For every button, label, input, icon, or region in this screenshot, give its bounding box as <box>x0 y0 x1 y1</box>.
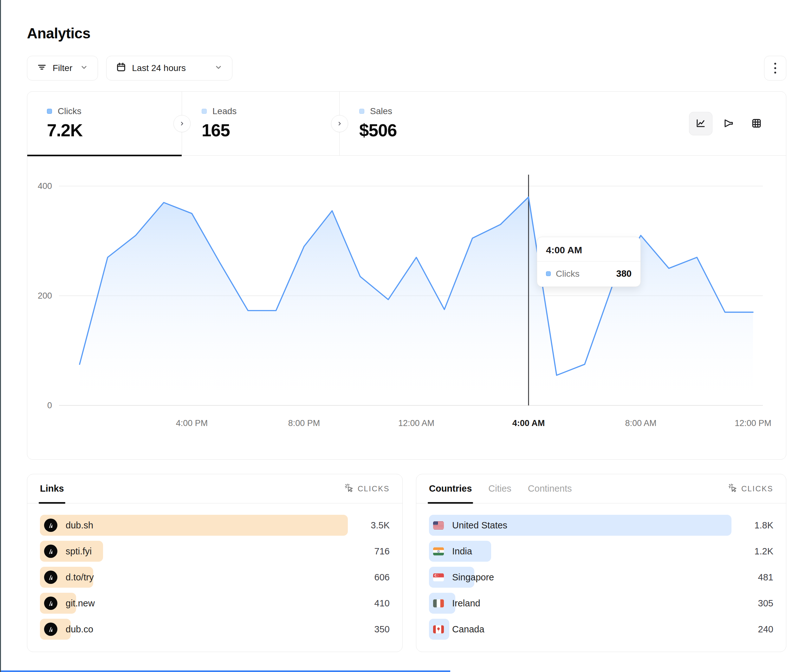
dub-logo-icon <box>44 571 57 584</box>
item-label: Ireland <box>452 598 480 609</box>
cursor-click-icon <box>344 483 354 495</box>
tooltip-series-label: Clicks <box>556 269 611 279</box>
line-chart-button[interactable] <box>689 112 713 135</box>
item-label: Singapore <box>452 572 494 583</box>
svg-text:8:00 PM: 8:00 PM <box>288 418 320 428</box>
funnel-chart-button[interactable] <box>717 112 740 135</box>
countries-panel: CountriesCitiesContinents CLICKS United … <box>416 474 786 652</box>
list-item[interactable]: Singapore 481 <box>429 567 773 588</box>
kebab-menu-icon <box>774 63 776 65</box>
series-marker <box>359 109 364 114</box>
list-item[interactable]: Canada 240 <box>429 619 773 640</box>
item-label: India <box>452 546 472 557</box>
analytics-page: Analytics Filter Last 24 hours <box>27 0 786 652</box>
list-item[interactable]: Ireland 305 <box>429 593 773 614</box>
item-value: 3.5K <box>371 520 390 530</box>
filter-button-label: Filter <box>53 63 72 73</box>
dub-logo-icon <box>44 544 57 558</box>
item-value: 481 <box>758 572 773 583</box>
links-metric-header[interactable]: CLICKS <box>344 483 390 495</box>
dub-logo-icon <box>44 623 57 636</box>
svg-text:0: 0 <box>47 401 52 410</box>
item-label: dub.sh <box>66 520 93 530</box>
countries-rows: United States 1.8K India 1.2K Singapore … <box>416 503 786 640</box>
metric-label: Clicks <box>58 106 82 116</box>
toolbar: Filter Last 24 hours <box>27 56 786 80</box>
item-value: 606 <box>374 572 390 583</box>
list-item[interactable]: India 1.2K <box>429 541 773 562</box>
countries-panel-header: CountriesCitiesContinents CLICKS <box>416 474 786 503</box>
svg-text:400: 400 <box>38 181 52 191</box>
metric-value: 165 <box>202 120 339 140</box>
countries-metric-header[interactable]: CLICKS <box>728 483 773 495</box>
item-value: 1.8K <box>754 520 773 530</box>
links-panel-header: Links CLICKS <box>27 474 403 503</box>
svg-text:4:00 AM: 4:00 AM <box>512 418 545 428</box>
list-item[interactable]: d.to/try 606 <box>40 567 390 588</box>
item-value: 1.2K <box>754 546 773 557</box>
item-value: 410 <box>374 598 390 609</box>
more-options-button[interactable] <box>764 56 786 80</box>
funnel-chart-icon <box>723 117 735 130</box>
analytics-chart-card: Clicks 7.2K Leads 165 Sales $506 0200400… <box>27 91 786 460</box>
line-chart-icon <box>695 117 707 130</box>
table-grid-button[interactable] <box>745 112 768 135</box>
tooltip-value: 380 <box>616 268 631 279</box>
series-marker <box>47 109 52 114</box>
tab-countries[interactable]: Countries <box>429 474 472 503</box>
bottom-accent-strip <box>0 670 450 672</box>
metric-tabs-row: Clicks 7.2K Leads 165 Sales $506 <box>27 92 786 156</box>
filter-lines-icon <box>36 61 48 75</box>
item-value: 305 <box>758 598 773 609</box>
item-label: United States <box>452 520 507 530</box>
expand-metric-button[interactable] <box>174 115 191 132</box>
clicks-series-marker <box>546 271 551 276</box>
links-panel: Links CLICKS dub.sh 3.5K spti.fyi 716 <box>27 474 403 652</box>
date-range-button[interactable]: Last 24 hours <box>106 56 232 80</box>
calendar-icon <box>115 61 127 75</box>
tab-cities[interactable]: Cities <box>488 474 512 503</box>
countries-metric-header-label: CLICKS <box>741 484 773 493</box>
list-item[interactable]: United States 1.8K <box>429 515 773 536</box>
table-grid-icon <box>751 117 763 130</box>
item-label: d.to/try <box>66 572 94 583</box>
item-label: Canada <box>452 624 484 634</box>
tab-links[interactable]: Links <box>40 474 64 503</box>
chevron-right-icon <box>336 120 343 128</box>
dub-logo-icon <box>44 518 57 532</box>
svg-text:200: 200 <box>38 291 52 300</box>
item-label: git.new <box>66 598 95 609</box>
list-item[interactable]: dub.co 350 <box>40 619 390 640</box>
expand-metric-button[interactable] <box>331 115 348 132</box>
item-value: 716 <box>374 546 390 557</box>
svg-text:12:00 PM: 12:00 PM <box>735 418 771 428</box>
links-rows: dub.sh 3.5K spti.fyi 716 d.to/try 606 gi… <box>27 503 403 640</box>
item-label: dub.co <box>66 624 93 634</box>
date-range-label: Last 24 hours <box>132 63 186 73</box>
metric-tab-clicks[interactable]: Clicks 7.2K <box>27 92 182 155</box>
links-metric-header-label: CLICKS <box>358 484 390 493</box>
clicks-time-series-chart[interactable]: 02004004:00 PM8:00 PM12:00 AM4:00 AM8:00… <box>27 156 786 459</box>
series-marker <box>202 109 207 114</box>
singapore-flag-icon <box>433 573 444 582</box>
page-title: Analytics <box>27 25 786 42</box>
svg-text:12:00 AM: 12:00 AM <box>398 418 434 428</box>
chevron-down-icon <box>214 63 223 74</box>
chevron-down-icon <box>79 63 89 74</box>
ireland-flag-icon <box>433 599 444 607</box>
tab-continents[interactable]: Continents <box>528 474 572 503</box>
list-item[interactable]: spti.fyi 716 <box>40 541 390 562</box>
tooltip-time: 4:00 AM <box>537 237 640 261</box>
svg-text:4:00 PM: 4:00 PM <box>176 418 208 428</box>
filter-button[interactable]: Filter <box>27 56 98 80</box>
chart-tooltip: 4:00 AM Clicks 380 <box>537 237 641 287</box>
list-item[interactable]: dub.sh 3.5K <box>40 515 390 536</box>
item-value: 240 <box>758 624 773 634</box>
chevron-right-icon <box>178 120 186 128</box>
svg-text:8:00 AM: 8:00 AM <box>625 418 656 428</box>
canada-flag-icon <box>433 625 444 633</box>
item-value: 350 <box>374 624 390 634</box>
metric-tab-leads[interactable]: Leads 165 <box>182 92 339 155</box>
list-item[interactable]: git.new 410 <box>40 593 390 614</box>
chart-type-toggle <box>689 112 768 135</box>
